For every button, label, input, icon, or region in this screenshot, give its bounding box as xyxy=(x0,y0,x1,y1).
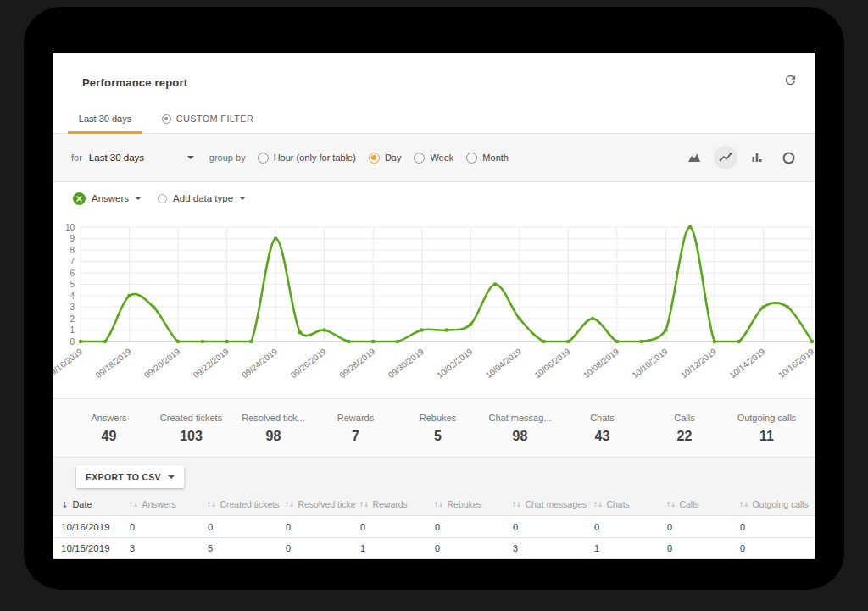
bar-chart-icon[interactable] xyxy=(745,146,769,169)
title-row: Performance report xyxy=(53,53,815,103)
svg-text:09/26/2019: 09/26/2019 xyxy=(289,347,329,380)
export-to-csv-button[interactable]: EXPORT TO CSV xyxy=(76,465,184,488)
radio-icon xyxy=(369,153,380,164)
stat-chats: Chats43 xyxy=(561,413,643,444)
svg-text:0: 0 xyxy=(70,337,75,347)
radio-icon xyxy=(258,153,269,164)
radio-label: Hour (only for table) xyxy=(274,153,356,163)
series-chip-label[interactable]: Answers xyxy=(92,193,129,203)
radio-group-day[interactable]: Day xyxy=(369,153,402,164)
table-row: 10/16/2019 0 0 0 0 0 0 0 0 0 xyxy=(53,515,815,537)
cell-resolved-tickets: 0 xyxy=(281,522,356,532)
remove-series-icon[interactable] xyxy=(73,192,86,205)
down-arrow-icon: ↓ xyxy=(61,500,68,509)
cell-rewards: 0 xyxy=(356,522,431,532)
cell-calls: 0 xyxy=(663,522,736,532)
cell-created-tickets: 0 xyxy=(203,522,281,532)
cell-outgoing-calls: 0 xyxy=(736,543,815,553)
column-header-calls[interactable]: ↑↓Calls xyxy=(663,499,736,509)
svg-text:10/06/2019: 10/06/2019 xyxy=(532,347,572,380)
cell-date: 10/15/2019 xyxy=(53,543,125,553)
tab-last-30-days[interactable]: Last 30 days xyxy=(68,103,142,134)
stat-calls: Calls22 xyxy=(643,413,726,444)
column-header-answers[interactable]: ↑↓Answers xyxy=(125,499,203,509)
series-row: Answers Add data type xyxy=(53,182,815,214)
tab-label: CUSTOM FILTER xyxy=(176,114,254,124)
tabs-row: Last 30 days CUSTOM FILTER xyxy=(53,103,815,134)
column-header-chats[interactable]: ↑↓Chats xyxy=(590,499,663,509)
svg-text:3: 3 xyxy=(70,303,75,312)
radio-group-month[interactable]: Month xyxy=(466,153,509,164)
page-background: Performance report Last 30 days CUSTOM F… xyxy=(0,0,868,611)
stat-outgoing-calls: Outgoing calls11 xyxy=(726,413,808,444)
svg-text:2: 2 xyxy=(70,314,75,324)
svg-text:09/24/2019: 09/24/2019 xyxy=(240,347,280,380)
svg-text:09/30/2019: 09/30/2019 xyxy=(387,347,426,380)
tab-label: Last 30 days xyxy=(79,114,131,124)
cell-created-tickets: 5 xyxy=(203,543,281,553)
cell-chats: 1 xyxy=(590,543,663,553)
target-circle-icon xyxy=(162,114,171,124)
stat-chat-messages: Chat messag...98 xyxy=(479,413,561,444)
radio-label: Month xyxy=(482,153,509,163)
stat-rebukes: Rebukes5 xyxy=(397,413,479,444)
svg-text:09/18/2019: 09/18/2019 xyxy=(94,347,134,380)
up-down-arrows-icon: ↑↓ xyxy=(511,501,520,508)
column-header-chat-messages[interactable]: ↑↓Chat messages xyxy=(509,499,590,509)
svg-text:9: 9 xyxy=(70,234,75,243)
svg-text:10/16/2019: 10/16/2019 xyxy=(776,347,815,380)
column-header-resolved-tickets[interactable]: ↑↓Resolved tickets xyxy=(281,499,356,509)
column-header-rewards[interactable]: ↑↓Rewards xyxy=(356,499,431,509)
stat-resolved-tickets: Resolved tick...98 xyxy=(232,413,314,444)
svg-text:10: 10 xyxy=(65,223,75,232)
column-header-rebukes[interactable]: ↑↓Rebukes xyxy=(431,499,509,509)
column-header-date[interactable]: ↓Date xyxy=(53,499,125,509)
stat-answers: Answers49 xyxy=(68,413,150,444)
radio-label: Week xyxy=(430,153,453,163)
line-chart-icon[interactable] xyxy=(714,146,737,169)
cell-answers: 0 xyxy=(125,522,203,532)
svg-text:4: 4 xyxy=(70,292,75,301)
area-chart-icon[interactable] xyxy=(682,146,706,169)
column-header-created-tickets[interactable]: ↑↓Created tickets xyxy=(203,499,281,509)
cell-chat-messages: 3 xyxy=(509,543,590,553)
cell-calls: 0 xyxy=(663,543,736,553)
up-down-arrows-icon: ↑↓ xyxy=(433,501,442,508)
date-range-value: Last 30 days xyxy=(89,153,144,163)
table-section: EXPORT TO CSV ↓Date ↑↓Answers ↑↓Created … xyxy=(53,458,815,559)
svg-text:10/10/2019: 10/10/2019 xyxy=(630,347,670,380)
date-range-select[interactable]: Last 30 days xyxy=(89,153,194,163)
cell-answers: 3 xyxy=(125,543,203,553)
up-down-arrows-icon: ↑↓ xyxy=(206,501,215,508)
radio-group-week[interactable]: Week xyxy=(414,153,453,164)
svg-text:8: 8 xyxy=(70,246,75,255)
radio-group-hour[interactable]: Hour (only for table) xyxy=(258,153,356,164)
cell-chat-messages: 0 xyxy=(509,522,590,532)
svg-text:09/22/2019: 09/22/2019 xyxy=(192,347,231,380)
caret-down-icon[interactable] xyxy=(239,197,246,200)
for-label: for xyxy=(71,153,82,163)
svg-text:10/12/2019: 10/12/2019 xyxy=(679,347,719,380)
refresh-icon[interactable] xyxy=(782,73,798,90)
cell-date: 10/16/2019 xyxy=(53,522,125,532)
report-card: Performance report Last 30 days CUSTOM F… xyxy=(53,53,815,559)
cell-rebukes: 0 xyxy=(431,522,509,532)
svg-text:09/20/2019: 09/20/2019 xyxy=(142,347,182,380)
cell-outgoing-calls: 0 xyxy=(736,522,815,532)
cell-rebukes: 0 xyxy=(431,543,509,553)
column-header-outgoing-calls[interactable]: ↑↓Outgoing calls xyxy=(736,499,815,509)
add-data-type-label[interactable]: Add data type xyxy=(173,193,233,203)
export-label: EXPORT TO CSV xyxy=(86,472,161,482)
svg-text:09/28/2019: 09/28/2019 xyxy=(337,347,377,380)
radio-icon xyxy=(414,153,425,164)
up-down-arrows-icon: ↑↓ xyxy=(359,501,368,508)
chart-type-switcher xyxy=(682,146,800,169)
donut-chart-icon[interactable] xyxy=(776,146,800,169)
cell-rewards: 1 xyxy=(356,543,431,553)
up-down-arrows-icon: ↑↓ xyxy=(738,501,748,508)
cell-chats: 0 xyxy=(590,522,663,532)
caret-down-icon[interactable] xyxy=(135,197,142,200)
svg-text:7: 7 xyxy=(70,257,75,266)
up-down-arrows-icon: ↑↓ xyxy=(284,501,293,508)
tab-custom-filter[interactable]: CUSTOM FILTER xyxy=(161,103,254,134)
